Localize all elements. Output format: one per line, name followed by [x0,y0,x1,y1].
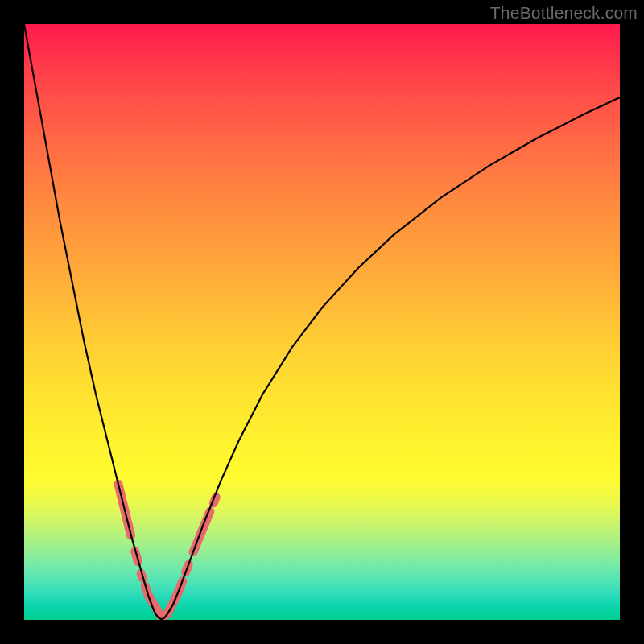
chart-svg [24,24,620,620]
overlay-segments [118,484,216,618]
bottleneck-curve [24,24,620,619]
chart-frame: TheBottleneck.com [0,0,644,644]
watermark-text: TheBottleneck.com [490,3,638,23]
plot-area [24,24,620,620]
